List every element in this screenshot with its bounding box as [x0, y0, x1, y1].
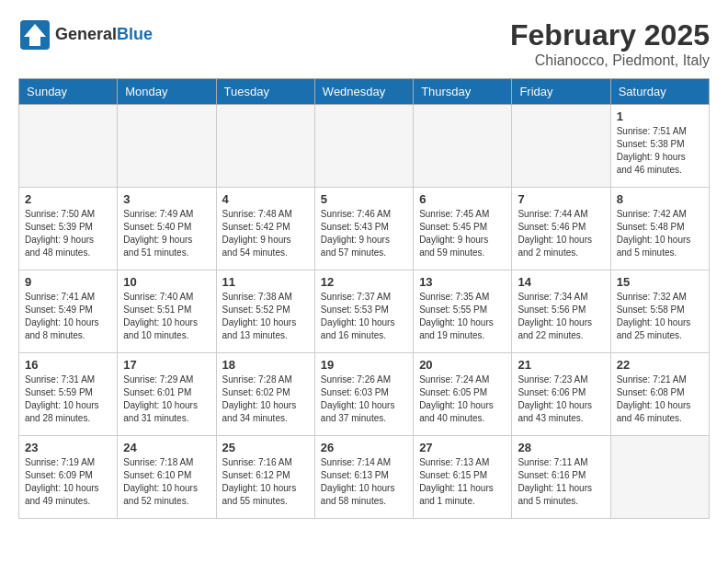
- calendar-cell: 24Sunrise: 7:18 AM Sunset: 6:10 PM Dayli…: [118, 436, 216, 519]
- calendar-week-1: 2Sunrise: 7:50 AM Sunset: 5:39 PM Daylig…: [19, 188, 710, 270]
- logo: GeneralBlue: [18, 18, 153, 52]
- calendar-cell: 25Sunrise: 7:16 AM Sunset: 6:12 PM Dayli…: [216, 436, 314, 519]
- day-number: 22: [617, 358, 703, 372]
- calendar-cell: [314, 105, 413, 188]
- calendar-cell: 20Sunrise: 7:24 AM Sunset: 6:05 PM Dayli…: [414, 353, 512, 436]
- day-number: 6: [419, 192, 506, 206]
- calendar-week-2: 9Sunrise: 7:41 AM Sunset: 5:49 PM Daylig…: [19, 270, 710, 353]
- day-info: Sunrise: 7:13 AM Sunset: 6:15 PM Dayligh…: [419, 456, 506, 508]
- day-number: 10: [123, 275, 210, 289]
- logo-general: General: [55, 25, 117, 43]
- calendar-cell: 11Sunrise: 7:38 AM Sunset: 5:52 PM Dayli…: [216, 270, 314, 353]
- calendar-header-row: SundayMondayTuesdayWednesdayThursdayFrid…: [19, 79, 710, 105]
- calendar-week-4: 23Sunrise: 7:19 AM Sunset: 6:09 PM Dayli…: [19, 436, 710, 519]
- day-number: 26: [321, 441, 407, 454]
- day-info: Sunrise: 7:28 AM Sunset: 6:02 PM Dayligh…: [222, 373, 309, 425]
- calendar-cell: 27Sunrise: 7:13 AM Sunset: 6:15 PM Dayli…: [414, 436, 512, 519]
- day-info: Sunrise: 7:42 AM Sunset: 5:48 PM Dayligh…: [617, 208, 703, 259]
- day-number: 16: [25, 358, 111, 372]
- day-number: 24: [123, 441, 210, 454]
- calendar-cell: 16Sunrise: 7:31 AM Sunset: 5:59 PM Dayli…: [19, 353, 118, 436]
- col-header-monday: Monday: [118, 79, 216, 105]
- day-number: 20: [419, 358, 506, 372]
- calendar-cell: 14Sunrise: 7:34 AM Sunset: 5:56 PM Dayli…: [512, 270, 610, 353]
- col-header-saturday: Saturday: [610, 79, 709, 105]
- calendar-cell: [19, 105, 118, 188]
- day-info: Sunrise: 7:50 AM Sunset: 5:39 PM Dayligh…: [25, 208, 111, 259]
- page-header: GeneralBlue February 2025 Chianocco, Pie…: [18, 18, 710, 69]
- day-info: Sunrise: 7:11 AM Sunset: 6:16 PM Dayligh…: [518, 456, 604, 508]
- calendar-cell: [512, 105, 610, 188]
- day-info: Sunrise: 7:16 AM Sunset: 6:12 PM Dayligh…: [222, 456, 309, 508]
- day-number: 5: [321, 192, 407, 206]
- day-info: Sunrise: 7:35 AM Sunset: 5:55 PM Dayligh…: [419, 291, 506, 342]
- day-number: 25: [222, 441, 309, 454]
- day-info: Sunrise: 7:26 AM Sunset: 6:03 PM Dayligh…: [321, 373, 407, 425]
- calendar-cell: [216, 105, 314, 188]
- day-info: Sunrise: 7:32 AM Sunset: 5:58 PM Dayligh…: [617, 291, 703, 342]
- col-header-friday: Friday: [512, 79, 610, 105]
- calendar-cell: 13Sunrise: 7:35 AM Sunset: 5:55 PM Dayli…: [414, 270, 512, 353]
- calendar-cell: 1Sunrise: 7:51 AM Sunset: 5:38 PM Daylig…: [610, 105, 709, 188]
- day-number: 3: [123, 192, 210, 206]
- logo-blue: Blue: [117, 25, 153, 43]
- calendar-cell: 4Sunrise: 7:48 AM Sunset: 5:42 PM Daylig…: [216, 188, 314, 270]
- day-info: Sunrise: 7:49 AM Sunset: 5:40 PM Dayligh…: [123, 208, 210, 259]
- day-info: Sunrise: 7:40 AM Sunset: 5:51 PM Dayligh…: [123, 291, 210, 342]
- day-number: 14: [518, 275, 604, 289]
- calendar-cell: 17Sunrise: 7:29 AM Sunset: 6:01 PM Dayli…: [118, 353, 216, 436]
- calendar-cell: 23Sunrise: 7:19 AM Sunset: 6:09 PM Dayli…: [19, 436, 118, 519]
- day-number: 11: [222, 275, 309, 289]
- day-number: 9: [25, 275, 111, 289]
- day-info: Sunrise: 7:21 AM Sunset: 6:08 PM Dayligh…: [617, 373, 703, 425]
- day-number: 8: [617, 192, 703, 206]
- day-info: Sunrise: 7:38 AM Sunset: 5:52 PM Dayligh…: [222, 291, 309, 342]
- col-header-wednesday: Wednesday: [314, 79, 413, 105]
- day-info: Sunrise: 7:18 AM Sunset: 6:10 PM Dayligh…: [123, 456, 210, 508]
- calendar-cell: 10Sunrise: 7:40 AM Sunset: 5:51 PM Dayli…: [118, 270, 216, 353]
- day-number: 13: [419, 275, 506, 289]
- day-number: 21: [518, 358, 604, 372]
- month-title: February 2025: [510, 18, 710, 52]
- col-header-tuesday: Tuesday: [216, 79, 314, 105]
- day-info: Sunrise: 7:51 AM Sunset: 5:38 PM Dayligh…: [617, 125, 703, 177]
- day-info: Sunrise: 7:23 AM Sunset: 6:06 PM Dayligh…: [518, 373, 604, 425]
- calendar-cell: [610, 436, 709, 519]
- day-number: 7: [518, 192, 604, 206]
- calendar-cell: 6Sunrise: 7:45 AM Sunset: 5:45 PM Daylig…: [414, 188, 512, 270]
- calendar-cell: 15Sunrise: 7:32 AM Sunset: 5:58 PM Dayli…: [610, 270, 709, 353]
- day-number: 1: [617, 109, 703, 123]
- calendar-cell: 2Sunrise: 7:50 AM Sunset: 5:39 PM Daylig…: [19, 188, 118, 270]
- calendar-cell: 22Sunrise: 7:21 AM Sunset: 6:08 PM Dayli…: [610, 353, 709, 436]
- col-header-sunday: Sunday: [19, 79, 118, 105]
- calendar-cell: 8Sunrise: 7:42 AM Sunset: 5:48 PM Daylig…: [610, 188, 709, 270]
- day-info: Sunrise: 7:14 AM Sunset: 6:13 PM Dayligh…: [321, 456, 407, 508]
- day-info: Sunrise: 7:48 AM Sunset: 5:42 PM Dayligh…: [222, 208, 309, 259]
- calendar-cell: 19Sunrise: 7:26 AM Sunset: 6:03 PM Dayli…: [314, 353, 413, 436]
- calendar-cell: 12Sunrise: 7:37 AM Sunset: 5:53 PM Dayli…: [314, 270, 413, 353]
- day-number: 17: [123, 358, 210, 372]
- logo-icon: [18, 18, 51, 52]
- col-header-thursday: Thursday: [414, 79, 512, 105]
- day-info: Sunrise: 7:37 AM Sunset: 5:53 PM Dayligh…: [321, 291, 407, 342]
- day-number: 27: [419, 441, 506, 454]
- calendar-cell: 3Sunrise: 7:49 AM Sunset: 5:40 PM Daylig…: [118, 188, 216, 270]
- location-title: Chianocco, Piedmont, Italy: [510, 52, 710, 69]
- calendar-cell: [414, 105, 512, 188]
- day-number: 28: [518, 441, 604, 454]
- calendar-cell: 26Sunrise: 7:14 AM Sunset: 6:13 PM Dayli…: [314, 436, 413, 519]
- day-info: Sunrise: 7:24 AM Sunset: 6:05 PM Dayligh…: [419, 373, 506, 425]
- day-info: Sunrise: 7:44 AM Sunset: 5:46 PM Dayligh…: [518, 208, 604, 259]
- day-info: Sunrise: 7:29 AM Sunset: 6:01 PM Dayligh…: [123, 373, 210, 425]
- calendar-cell: 18Sunrise: 7:28 AM Sunset: 6:02 PM Dayli…: [216, 353, 314, 436]
- day-number: 12: [321, 275, 407, 289]
- calendar-cell: 21Sunrise: 7:23 AM Sunset: 6:06 PM Dayli…: [512, 353, 610, 436]
- calendar-cell: 7Sunrise: 7:44 AM Sunset: 5:46 PM Daylig…: [512, 188, 610, 270]
- calendar-cell: 5Sunrise: 7:46 AM Sunset: 5:43 PM Daylig…: [314, 188, 413, 270]
- day-info: Sunrise: 7:41 AM Sunset: 5:49 PM Dayligh…: [25, 291, 111, 342]
- calendar-week-3: 16Sunrise: 7:31 AM Sunset: 5:59 PM Dayli…: [19, 353, 710, 436]
- day-info: Sunrise: 7:46 AM Sunset: 5:43 PM Dayligh…: [321, 208, 407, 259]
- title-block: February 2025 Chianocco, Piedmont, Italy: [510, 18, 710, 69]
- calendar-cell: 9Sunrise: 7:41 AM Sunset: 5:49 PM Daylig…: [19, 270, 118, 353]
- day-number: 23: [25, 441, 111, 454]
